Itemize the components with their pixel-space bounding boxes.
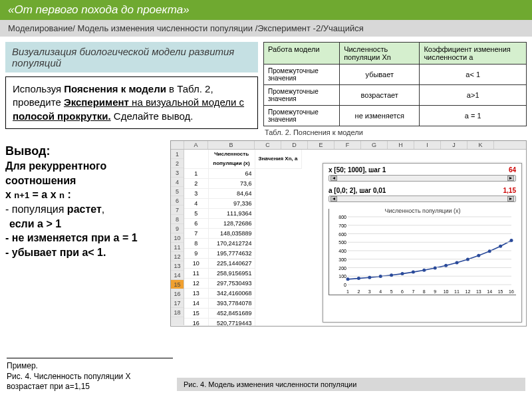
col-hdr: B — [208, 141, 255, 149]
svg-point-38 — [456, 261, 459, 264]
col-hdr: A — [184, 141, 208, 149]
example-caption: Пример. Рис. 4. Численность популяции X … — [7, 358, 173, 392]
text: Для рекуррентного соотношения — [5, 159, 165, 188]
svg-point-20 — [357, 277, 360, 280]
table-row: Промежуточные значения не изменяется a =… — [264, 106, 527, 126]
col-hdr: D — [281, 141, 308, 149]
svg-point-28 — [401, 272, 404, 275]
cell: убывает — [340, 65, 420, 85]
svg-text:7: 7 — [412, 289, 414, 294]
svg-text:0: 0 — [344, 283, 346, 287]
svg-point-26 — [390, 273, 393, 277]
svg-text:15: 15 — [498, 289, 503, 294]
page-header: «От первого похода до проекта» — [0, 0, 532, 20]
slider-a-label: a [0,0; 2], шаг 0,01 1,15 — [329, 187, 516, 194]
cell: a< 1 — [420, 65, 527, 85]
cell: Промежуточные значения — [264, 85, 340, 106]
svg-text:800: 800 — [338, 215, 346, 219]
text: Сделайте вывод. — [111, 110, 194, 122]
figure-caption: Рис. 4. Модель изменения численности поп… — [177, 378, 525, 391]
table-row: Промежуточные значения возрастает a>1 — [264, 85, 527, 106]
th: Работа модели — [264, 43, 340, 65]
slider-a[interactable]: ◄ ► — [329, 196, 516, 202]
formula-text: : — [65, 189, 71, 200]
svg-text:9: 9 — [434, 289, 436, 294]
text: Пояснения к модели — [64, 83, 166, 94]
conclusion-block: Вывод: Для рекуррентного соотношения x n… — [5, 140, 165, 327]
svg-text:8: 8 — [423, 289, 426, 294]
svg-text:13: 13 — [476, 289, 481, 294]
table-explanations: Работа модели Численность популяции Xn К… — [263, 42, 527, 126]
heading: Вывод: — [5, 143, 165, 159]
cell: Численность популяции (x) — [208, 150, 255, 169]
table-caption: Табл. 2. Пояснения к модели — [263, 126, 527, 136]
text: , — [102, 203, 104, 215]
col-hdr: I — [414, 141, 441, 149]
svg-text:400: 400 — [338, 249, 346, 253]
text: - убывает при a< 1. — [5, 245, 165, 260]
col-hdr: F — [334, 141, 361, 149]
col-hdr: H — [388, 141, 414, 149]
cell: Промежуточные значения — [264, 106, 340, 126]
breadcrumb: Моделирование/ Модель изменения численно… — [0, 20, 532, 37]
text: если a > 1 — [9, 217, 165, 231]
vis-title: Визуализация биологической модели развит… — [5, 42, 258, 72]
slider-x-label: x [50; 1000], шаг 1 64 — [329, 166, 516, 174]
col-headers: A B C D E F G H I J K — [171, 141, 526, 150]
chevron-right-icon[interactable]: ► — [507, 196, 514, 201]
col-hdr: G — [361, 141, 388, 149]
svg-point-32 — [422, 269, 426, 272]
svg-point-18 — [346, 277, 350, 281]
table-row: Промежуточные значения убывает a< 1 — [264, 65, 527, 85]
col-hdr: E — [308, 141, 334, 149]
svg-text:14: 14 — [487, 289, 492, 294]
th: Численность популяции Xn — [340, 43, 420, 65]
svg-text:12: 12 — [466, 289, 471, 294]
svg-text:11: 11 — [454, 289, 460, 294]
slider-x[interactable]: ◄ ► — [329, 175, 516, 182]
text: - не изменяется при a = 1 — [5, 231, 165, 245]
th: Коэффициент изменения численности a — [420, 43, 527, 65]
row-headers: 123456789101112131415161718 — [171, 150, 184, 325]
cell: возрастает — [340, 85, 420, 106]
col-hdr: C — [255, 141, 281, 149]
svg-text:500: 500 — [338, 240, 346, 245]
data-grid[interactable]: Численность популяции (x) Значения Xn, a… — [184, 150, 302, 327]
formula-text: = a x — [29, 189, 59, 200]
text: - популяция — [5, 203, 67, 215]
svg-point-30 — [412, 271, 415, 274]
formula-text: x — [5, 189, 14, 200]
svg-point-22 — [368, 276, 371, 279]
text: растет — [67, 203, 102, 215]
svg-text:4: 4 — [379, 289, 382, 294]
chart-svg: 0100200300400500600700800123456789101112… — [329, 209, 515, 295]
svg-text:3: 3 — [368, 289, 371, 294]
population-chart: Численность популяции (x) 01002003004005… — [329, 209, 516, 295]
svg-text:300: 300 — [338, 257, 346, 262]
chart-panel: x [50; 1000], шаг 1 64 ◄ ► a [0,0; 2], ш… — [323, 163, 522, 323]
svg-text:100: 100 — [338, 274, 346, 279]
chevron-left-icon[interactable]: ◄ — [331, 176, 337, 181]
text: на визуальной модели с — [129, 96, 244, 108]
cell: a = 1 — [420, 106, 527, 126]
svg-point-46 — [499, 245, 502, 248]
svg-text:5: 5 — [390, 289, 393, 294]
spreadsheet[interactable]: A B C D E F G H I J K 123456789101112131… — [170, 140, 527, 327]
text: Эксперимент — [64, 96, 129, 108]
svg-text:700: 700 — [338, 223, 346, 228]
col-hdr: K — [467, 141, 494, 149]
cell: a>1 — [420, 85, 527, 106]
chevron-right-icon[interactable]: ► — [507, 176, 514, 181]
svg-text:600: 600 — [338, 232, 346, 237]
text: полосой прокрутки. — [13, 110, 111, 122]
svg-point-44 — [488, 249, 491, 253]
svg-text:1: 1 — [346, 289, 349, 294]
svg-text:2: 2 — [357, 289, 360, 294]
instruction-box: Используя Пояснения к модели в Табл. 2, … — [5, 76, 258, 129]
cell: Промежуточные значения — [264, 65, 340, 85]
svg-text:10: 10 — [444, 289, 449, 294]
svg-text:6: 6 — [401, 289, 404, 294]
svg-text:200: 200 — [338, 266, 346, 271]
text: Используя — [13, 83, 64, 94]
chevron-left-icon[interactable]: ◄ — [331, 196, 337, 201]
